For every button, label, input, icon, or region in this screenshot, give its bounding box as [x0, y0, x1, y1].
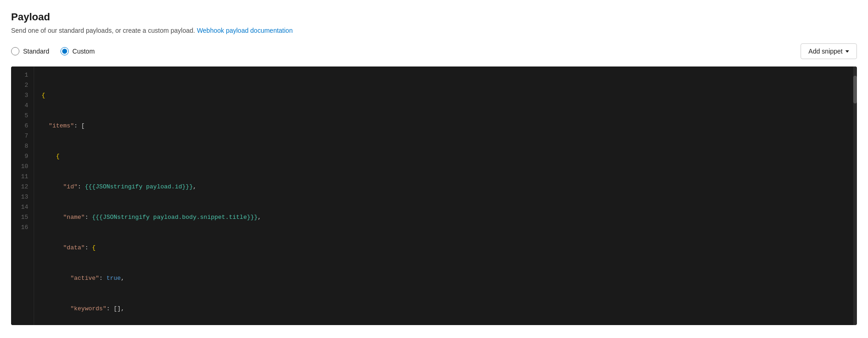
line-num-8: 8: [11, 141, 34, 151]
line-num-10: 10: [11, 162, 34, 172]
page-container: Payload Send one of our standard payload…: [0, 0, 868, 325]
line-num-2: 2: [11, 80, 34, 91]
line-num-13: 13: [11, 192, 34, 202]
line-num-15: 15: [11, 212, 34, 223]
scrollbar-thumb[interactable]: [853, 76, 857, 103]
add-snippet-label: Add snippet: [808, 48, 843, 55]
code-lines[interactable]: { "items": [ { "id": {{{JSONstringify pa…: [34, 66, 857, 325]
code-line-1: {: [42, 91, 850, 101]
code-line-7: "active": true,: [42, 273, 850, 284]
code-line-4: "id": {{{JSONstringify payload.id}}},: [42, 182, 850, 192]
line-num-3: 3: [11, 91, 34, 101]
chevron-down-icon: [845, 50, 849, 53]
standard-radio[interactable]: [11, 47, 19, 55]
custom-radio-label[interactable]: Custom: [60, 47, 95, 55]
code-line-2: "items": [: [42, 121, 850, 131]
line-num-9: 9: [11, 151, 34, 162]
standard-label: Standard: [23, 48, 49, 55]
line-num-11: 11: [11, 172, 34, 182]
radio-options: Standard Custom: [11, 47, 95, 55]
code-content: 1 2 3 4 5 6 7 8 9 10 11 12 13 14 15 16 {…: [11, 66, 857, 325]
line-num-7: 7: [11, 131, 34, 141]
line-num-12: 12: [11, 182, 34, 192]
line-num-4: 4: [11, 101, 34, 111]
line-num-1: 1: [11, 70, 34, 80]
line-num-6: 6: [11, 121, 34, 131]
line-num-16: 16: [11, 223, 34, 233]
custom-label: Custom: [72, 48, 95, 55]
doc-link[interactable]: Webhook payload documentation: [197, 27, 293, 34]
code-line-8: "keywords": [],: [42, 304, 850, 314]
standard-radio-label[interactable]: Standard: [11, 47, 49, 55]
code-line-6: "data": {: [42, 243, 850, 253]
line-num-5: 5: [11, 111, 34, 121]
code-line-3: {: [42, 151, 850, 162]
add-snippet-button[interactable]: Add snippet: [801, 43, 857, 59]
scrollbar-track[interactable]: [853, 66, 857, 325]
page-title: Payload: [11, 11, 857, 23]
line-numbers: 1 2 3 4 5 6 7 8 9 10 11 12 13 14 15 16: [11, 66, 34, 325]
radio-group: Standard Custom Add snippet: [11, 43, 857, 59]
custom-radio[interactable]: [60, 47, 69, 55]
subtitle: Send one of our standard payloads, or cr…: [11, 27, 857, 34]
line-num-14: 14: [11, 202, 34, 212]
subtitle-text: Send one of our standard payloads, or cr…: [11, 27, 195, 34]
code-line-5: "name": {{{JSONstringify payload.body.sn…: [42, 212, 850, 223]
code-editor[interactable]: 1 2 3 4 5 6 7 8 9 10 11 12 13 14 15 16 {…: [11, 66, 857, 325]
